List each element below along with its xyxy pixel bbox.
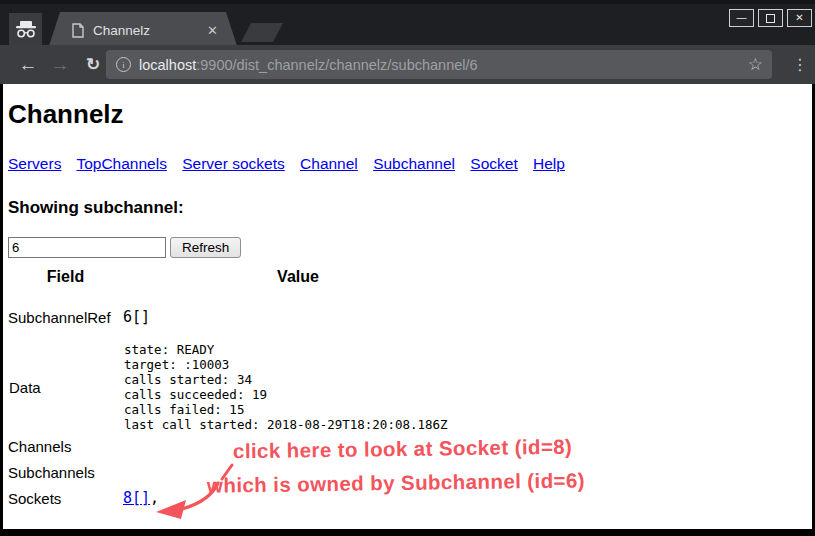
- close-button[interactable]: ✕: [787, 9, 812, 27]
- nav-link-topchannels[interactable]: TopChannels: [76, 155, 166, 172]
- table-row-channels: Channels: [8, 433, 473, 459]
- tab-strip: Channelz ✕ — ✕: [0, 0, 815, 45]
- nav-link-channel[interactable]: Channel: [300, 155, 358, 172]
- forward-icon[interactable]: →: [45, 45, 75, 84]
- back-icon[interactable]: ←: [13, 45, 43, 84]
- field-label: Channels: [8, 433, 123, 459]
- new-tab-button[interactable]: [241, 23, 283, 42]
- table-row-sockets: Sockets 8[],: [8, 485, 473, 511]
- url-path: :9900/dist_channelz/channelz/subchannel/…: [196, 57, 477, 73]
- menu-icon[interactable]: ⋮: [792, 45, 808, 84]
- bookmark-star-icon[interactable]: ☆: [748, 54, 763, 75]
- browser-toolbar: ← → ↻ i localhost:9900/dist_channelz/cha…: [0, 45, 815, 84]
- field-label: Sockets: [8, 485, 123, 511]
- subchannel-table: Field Value SubchannelRef 6[] Data state…: [8, 263, 473, 511]
- nav-links: Servers TopChannels Server sockets Chann…: [8, 155, 812, 173]
- field-header: Field: [8, 263, 123, 291]
- field-label: Subchannels: [8, 459, 123, 485]
- url-bar[interactable]: i localhost:9900/dist_channelz/channelz/…: [106, 50, 772, 79]
- url-text: localhost:9900/dist_channelz/channelz/su…: [139, 57, 748, 73]
- page-content: Channelz Servers TopChannels Server sock…: [0, 84, 815, 536]
- table-header-row: Field Value: [8, 263, 473, 291]
- table-row-subchannels: Subchannels: [8, 459, 473, 485]
- maximize-icon: [766, 14, 775, 23]
- nav-link-servers[interactable]: Servers: [8, 155, 61, 172]
- incognito-icon: [9, 13, 42, 45]
- refresh-button[interactable]: Refresh: [170, 237, 241, 258]
- minimize-button[interactable]: —: [729, 9, 754, 27]
- socket-link-suffix: ,: [150, 489, 159, 507]
- window-controls: — ✕: [729, 9, 812, 27]
- field-label: SubchannelRef: [8, 291, 123, 341]
- tab-close-icon[interactable]: ✕: [207, 23, 218, 38]
- nav-link-socket[interactable]: Socket: [470, 155, 517, 172]
- section-heading: Showing subchannel:: [8, 198, 812, 218]
- browser-tab[interactable]: Channelz ✕: [48, 12, 238, 49]
- table-row-data: Data state: READY target: :10003 calls s…: [8, 341, 473, 433]
- url-host: localhost: [139, 57, 196, 73]
- info-icon[interactable]: i: [116, 57, 131, 72]
- reload-icon[interactable]: ↻: [78, 45, 108, 84]
- page-icon: [72, 23, 84, 38]
- subchannels-value: [123, 459, 473, 485]
- nav-link-server-sockets[interactable]: Server sockets: [182, 155, 285, 172]
- tab-title: Channelz: [93, 23, 207, 38]
- subchannelref-value: 6[]: [123, 291, 473, 341]
- page-title: Channelz: [8, 99, 812, 130]
- nav-link-help[interactable]: Help: [533, 155, 565, 172]
- field-label: Data: [8, 341, 123, 433]
- maximize-button[interactable]: [758, 9, 783, 27]
- value-header: Value: [123, 263, 473, 291]
- socket-8-link[interactable]: 8[]: [123, 489, 150, 507]
- browser-window: Channelz ✕ — ✕ ← → ↻ i localhost:9900/di…: [0, 0, 815, 536]
- data-value: state: READY target: :10003 calls starte…: [124, 342, 472, 432]
- table-row-subchannelref: SubchannelRef 6[]: [8, 291, 473, 341]
- channels-value: [123, 433, 473, 459]
- subchannel-form: Refresh: [8, 237, 812, 258]
- nav-link-subchannel[interactable]: Subchannel: [373, 155, 455, 172]
- subchannel-id-input[interactable]: [8, 237, 166, 258]
